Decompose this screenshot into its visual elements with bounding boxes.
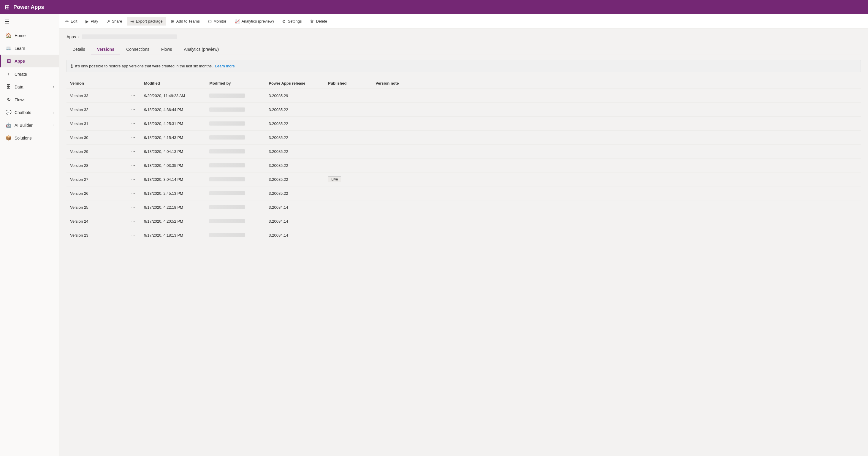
table-row: Version 23···9/17/2020, 4:18:13 PM3.2008… (66, 228, 861, 242)
breadcrumb: Apps › (66, 34, 861, 39)
play-button[interactable]: ▶ Play (82, 17, 101, 26)
row-actions-button[interactable]: ··· (129, 92, 137, 99)
table-row: Version 25···9/17/2020, 4:22:18 PM3.2008… (66, 201, 861, 214)
sidebar-label-chatbots: Chatbots (14, 110, 31, 115)
tab-flows[interactable]: Flows (155, 44, 178, 55)
sidebar-item-data[interactable]: 🗄 Data › (0, 81, 59, 93)
sidebar-item-apps[interactable]: ⊞ Apps (0, 55, 59, 67)
sidebar-label-data: Data (14, 85, 24, 89)
cell-release: 3.20085.22 (265, 145, 324, 158)
settings-button[interactable]: ⚙ Settings (278, 17, 305, 26)
monitor-button[interactable]: ⬡ Monitor (205, 17, 230, 26)
sidebar-item-learn[interactable]: 📖 Learn (0, 42, 59, 55)
sidebar-toggle[interactable]: ☰ (0, 14, 59, 29)
sidebar-label-solutions: Solutions (14, 136, 32, 141)
sidebar-item-ai-builder[interactable]: 🤖 AI Builder › (0, 119, 59, 131)
cell-note (372, 173, 861, 186)
cell-modified-by (206, 117, 265, 131)
row-actions-button[interactable]: ··· (129, 232, 137, 238)
row-actions-button[interactable]: ··· (129, 218, 137, 224)
cell-release: 3.20085.22 (265, 173, 324, 186)
cell-published (324, 158, 372, 173)
row-actions-button[interactable]: ··· (129, 148, 137, 155)
cell-release: 3.20085.22 (265, 117, 324, 131)
table-row: Version 29···9/18/2020, 4:04:13 PM3.2008… (66, 145, 861, 158)
sidebar-item-create[interactable]: ＋ Create (0, 67, 59, 81)
cell-version: Version 28 (66, 158, 126, 173)
analytics-icon: 📈 (235, 19, 240, 24)
sidebar-item-home[interactable]: 🏠 Home (0, 29, 59, 42)
cell-published (324, 131, 372, 145)
cell-actions: ··· (126, 186, 141, 201)
col-header-modified-by: Modified by (206, 78, 265, 89)
flows-icon: ↻ (6, 97, 11, 102)
learn-more-link[interactable]: Learn more (215, 64, 235, 68)
table-row: Version 26···9/18/2020, 2:45:13 PM3.2008… (66, 186, 861, 201)
row-actions-button[interactable]: ··· (129, 176, 137, 183)
sidebar-label-home: Home (14, 33, 26, 38)
cell-actions: ··· (126, 131, 141, 145)
cell-version: Version 33 (66, 89, 126, 103)
share-button[interactable]: ↗ Share (103, 17, 126, 26)
sidebar-label-flows: Flows (14, 97, 26, 102)
cell-modified: 9/18/2020, 2:45:13 PM (141, 186, 206, 201)
col-header-note: Version note (372, 78, 861, 89)
cell-version: Version 30 (66, 131, 126, 145)
grid-icon[interactable]: ⊞ (5, 4, 10, 11)
cell-release: 3.20084.14 (265, 201, 324, 214)
table-header: Version Modified Modified by Power Apps … (66, 78, 861, 89)
cell-published (324, 186, 372, 201)
table-row: Version 24···9/17/2020, 4:20:52 PM3.2008… (66, 214, 861, 228)
analytics-button[interactable]: 📈 Analytics (preview) (231, 17, 277, 26)
cell-modified-by (206, 214, 265, 228)
cell-note (372, 89, 861, 103)
cell-note (372, 117, 861, 131)
row-actions-button[interactable]: ··· (129, 134, 137, 141)
tab-versions[interactable]: Versions (91, 44, 120, 55)
cell-modified-by (206, 103, 265, 117)
tab-connections[interactable]: Connections (120, 44, 155, 55)
row-actions-button[interactable]: ··· (129, 162, 137, 169)
add-to-teams-button[interactable]: ⊞ Add to Teams (167, 17, 203, 26)
tab-details[interactable]: Details (66, 44, 91, 55)
cell-release: 3.20085.22 (265, 158, 324, 173)
cell-release: 3.20084.14 (265, 214, 324, 228)
row-actions-button[interactable]: ··· (129, 190, 137, 196)
breadcrumb-apps[interactable]: Apps (66, 34, 76, 39)
cell-modified: 9/18/2020, 4:15:43 PM (141, 131, 206, 145)
chatbots-chevron-icon: › (53, 111, 54, 115)
row-actions-button[interactable]: ··· (129, 204, 137, 211)
solutions-icon: 📦 (6, 135, 11, 141)
cell-published (324, 117, 372, 131)
tab-analytics[interactable]: Analytics (preview) (178, 44, 225, 55)
export-package-button[interactable]: ⇥ Export package (127, 17, 166, 26)
cell-release: 3.20084.14 (265, 228, 324, 242)
cell-note (372, 158, 861, 173)
cell-modified: 9/18/2020, 4:03:35 PM (141, 158, 206, 173)
cell-version: Version 23 (66, 228, 126, 242)
cell-version: Version 29 (66, 145, 126, 158)
cell-note (372, 201, 861, 214)
export-icon: ⇥ (130, 19, 134, 24)
col-header-version: Version (66, 78, 126, 89)
table-row: Version 31···9/18/2020, 4:25:31 PM3.2008… (66, 117, 861, 131)
row-actions-button[interactable]: ··· (129, 120, 137, 127)
sidebar-item-chatbots[interactable]: 💬 Chatbots › (0, 106, 59, 119)
sidebar-item-flows[interactable]: ↻ Flows (0, 93, 59, 106)
cell-published (324, 214, 372, 228)
cell-version: Version 25 (66, 201, 126, 214)
teams-icon: ⊞ (171, 19, 175, 24)
cell-modified: 9/18/2020, 4:04:13 PM (141, 145, 206, 158)
settings-icon: ⚙ (282, 19, 286, 24)
cell-actions: ··· (126, 103, 141, 117)
create-icon: ＋ (6, 71, 11, 77)
table-row: Version 28···9/18/2020, 4:03:35 PM3.2008… (66, 158, 861, 173)
row-actions-button[interactable]: ··· (129, 106, 137, 113)
teams-label: Add to Teams (176, 19, 200, 24)
sidebar: ☰ 🏠 Home 📖 Learn ⊞ Apps ＋ Create 🗄 Data … (0, 14, 59, 456)
delete-button[interactable]: 🗑 Delete (306, 17, 331, 26)
sidebar-item-solutions[interactable]: 📦 Solutions (0, 131, 59, 144)
cell-actions: ··· (126, 201, 141, 214)
edit-button[interactable]: ✏ Edit (62, 17, 81, 26)
ai-builder-chevron-icon: › (53, 123, 54, 127)
